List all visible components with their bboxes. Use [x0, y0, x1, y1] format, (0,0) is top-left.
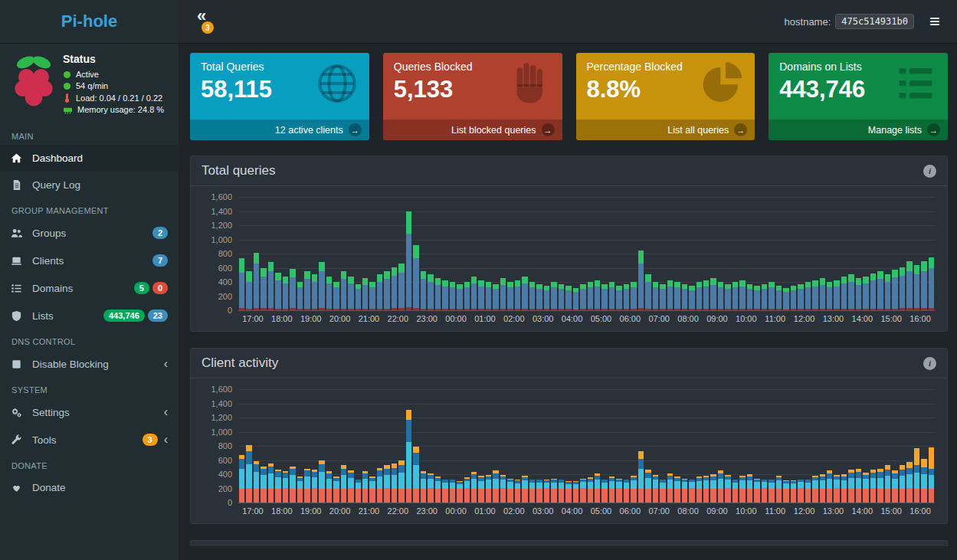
count-badge: 5	[134, 282, 149, 294]
chart-bar	[616, 389, 621, 503]
chart-bar	[595, 197, 600, 310]
x-axis-label: 03:00	[529, 506, 558, 516]
chart-bar	[674, 197, 680, 310]
chart-bar	[653, 197, 658, 310]
x-axis-label: 21:00	[355, 314, 384, 323]
status-lines: Active54 q/minLoad: 0.04 / 0.21 / 0.22Me…	[63, 70, 172, 114]
status-item: Load: 0.04 / 0.21 / 0.22	[63, 93, 172, 103]
x-axis-label: 05:00	[587, 506, 616, 516]
pihole-logo-text[interactable]: Pi-hole	[0, 0, 179, 43]
chart-bar	[848, 389, 854, 503]
y-axis-tick: 800	[198, 441, 232, 450]
chart-bar	[493, 389, 498, 503]
chart-bar	[609, 197, 615, 310]
file-icon	[11, 179, 32, 191]
chart-bar	[877, 389, 883, 503]
chart-bar	[645, 389, 651, 503]
chart-bar	[536, 197, 542, 310]
hamburger-menu-icon[interactable]: ≡	[925, 9, 945, 34]
chart-bar	[565, 197, 571, 310]
sidebar-item-label: Lists	[32, 310, 54, 322]
sidebar-item-dashboard[interactable]: Dashboard	[0, 145, 179, 172]
x-axis-label: 10:00	[732, 314, 761, 323]
chart-bar	[333, 389, 339, 503]
chart-bar	[283, 389, 288, 503]
x-axis: 17:0018:0019:0020:0021:0022:0023:0000:00…	[238, 314, 935, 323]
arrow-right-icon: →	[927, 123, 940, 136]
stat-card-footer-link[interactable]: Manage lists →	[769, 120, 948, 140]
chart-bar	[580, 389, 585, 503]
chart-bar	[362, 389, 368, 503]
chart-bar	[660, 389, 665, 503]
shield-icon	[11, 310, 32, 322]
chart-bar	[362, 197, 368, 310]
chart-bar	[595, 389, 600, 503]
info-icon[interactable]: i	[923, 357, 936, 370]
sidebar-item-groups[interactable]: Groups2	[0, 219, 179, 247]
y-axis-tick: 200	[198, 292, 232, 301]
chart-bar	[631, 197, 636, 310]
x-axis-label: 08:00	[674, 506, 703, 516]
chevron-left-icon: ‹	[164, 406, 168, 418]
chart-bar	[914, 389, 919, 503]
stat-card-footer-link[interactable]: List all queries →	[576, 120, 755, 140]
chart-bar	[631, 389, 636, 503]
chart-bar	[892, 389, 897, 503]
hostname-label: hostname:	[785, 16, 831, 28]
chart-bar	[710, 197, 716, 310]
chart-bar	[297, 389, 303, 503]
sidebar-item-settings[interactable]: Settings‹	[0, 398, 179, 426]
status-item-label: Active	[76, 70, 99, 79]
chart-bar	[507, 197, 513, 310]
chart-bar	[929, 389, 934, 503]
sidebar-item-query-log[interactable]: Query Log	[0, 172, 179, 198]
chart-bar	[486, 389, 491, 503]
chart-bar	[319, 197, 324, 310]
bars-container	[238, 197, 935, 310]
y-axis-tick: 0	[198, 498, 232, 507]
x-axis-label: 02:00	[500, 314, 529, 323]
sidebar-item-label: Groups	[32, 228, 66, 239]
status-block: Status Active54 q/minLoad: 0.04 / 0.21 /…	[0, 44, 179, 124]
count-badge: 7	[152, 254, 168, 267]
sidebar-item-tools[interactable]: Tools3‹	[0, 426, 179, 454]
chart-bar	[377, 389, 382, 503]
chart-bar	[798, 389, 803, 503]
sidebar-item-donate[interactable]: Donate	[0, 474, 179, 501]
stat-card-footer-link[interactable]: List blocked queries →	[383, 120, 562, 140]
chart-bar	[885, 197, 890, 310]
sidebar-item-lists[interactable]: Lists443,74623	[0, 302, 179, 329]
sidebar-item-clients[interactable]: Clients7	[0, 247, 179, 274]
chart-bar	[820, 389, 825, 503]
chart-bar	[791, 389, 796, 503]
x-axis-label: 20:00	[326, 506, 355, 516]
x-axis-label: 00:00	[441, 314, 470, 323]
chart-bar	[638, 197, 644, 310]
pie-icon	[698, 59, 747, 108]
x-axis-label: 22:00	[383, 314, 412, 323]
info-icon[interactable]: i	[923, 165, 936, 178]
status-item-label: 54 q/min	[76, 81, 108, 90]
chart-bar	[478, 197, 483, 310]
chart-bar	[573, 197, 578, 310]
chart-bar	[762, 197, 767, 310]
y-axis-tick: 200	[198, 484, 232, 493]
chart-bar	[464, 197, 470, 310]
sidebar-item-domains[interactable]: Domains50	[0, 274, 179, 302]
chart-bar	[326, 197, 332, 310]
chart-bar	[239, 389, 244, 503]
gears-icon	[11, 407, 32, 418]
chart-bar	[392, 197, 397, 310]
stat-card-footer-link[interactable]: 12 active clients →	[190, 120, 369, 140]
sidebar-item-disable-blocking[interactable]: Disable Blocking‹	[0, 350, 179, 378]
chart-bar	[703, 389, 709, 503]
x-axis-label: 09:00	[703, 314, 732, 323]
y-axis-tick: 400	[198, 470, 232, 479]
chart-bar	[384, 197, 389, 310]
x-axis-label: 04:00	[558, 314, 587, 323]
x-axis-label: 11:00	[761, 314, 790, 323]
chart-bar	[870, 389, 876, 503]
chart-bar	[754, 389, 759, 503]
x-axis-label: 12:00	[790, 314, 819, 323]
chart-bar	[769, 389, 774, 503]
